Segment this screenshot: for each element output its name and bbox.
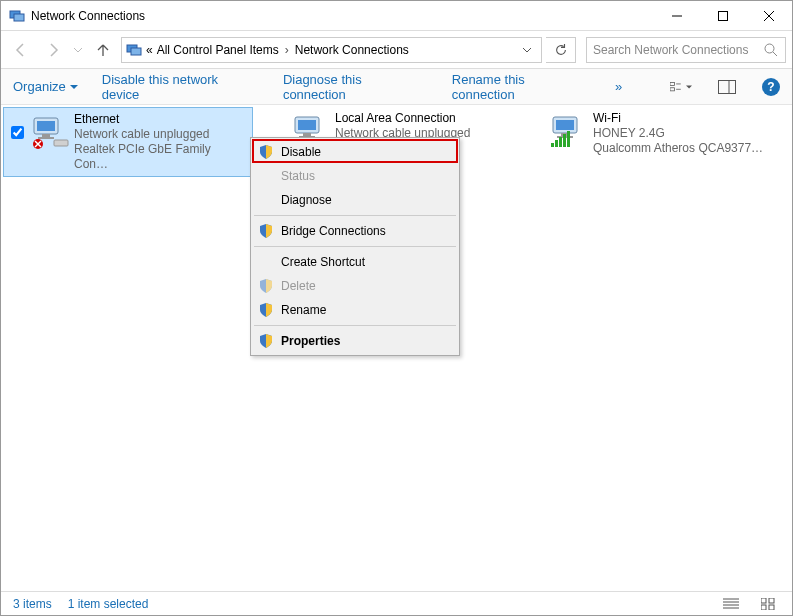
svg-rect-46 [769, 598, 774, 603]
svg-rect-48 [769, 605, 774, 610]
svg-rect-11 [670, 87, 675, 90]
svg-rect-25 [298, 120, 316, 130]
connection-status: HONEY 2.4G [593, 126, 787, 141]
nav-bar: « All Control Panel Items › Network Conn… [1, 31, 792, 69]
svg-rect-33 [556, 120, 574, 130]
svg-rect-10 [670, 82, 675, 85]
svg-rect-1 [14, 14, 24, 21]
details-view-button[interactable] [720, 595, 742, 613]
connection-name: Wi-Fi [593, 111, 787, 126]
maximize-button[interactable] [700, 1, 746, 31]
connection-device: Realtek PCIe GbE Family Con… [74, 142, 248, 172]
rename-connection-button[interactable]: Rename this connection [452, 72, 591, 102]
view-options-button[interactable] [670, 76, 692, 98]
shield-icon [258, 223, 274, 239]
svg-rect-19 [38, 137, 54, 139]
recent-dropdown[interactable] [71, 36, 85, 64]
shield-icon [258, 302, 274, 318]
ethernet-icon [26, 112, 74, 152]
svg-rect-40 [567, 131, 570, 147]
svg-rect-3 [719, 11, 728, 20]
more-commands[interactable]: » [615, 79, 622, 94]
breadcrumb-seg[interactable]: Network Connections [295, 43, 409, 57]
connection-name: Local Area Connection [335, 111, 529, 126]
chevron-right-icon[interactable]: › [285, 43, 289, 57]
organize-menu[interactable]: Organize [13, 79, 78, 94]
svg-rect-20 [54, 140, 68, 146]
svg-rect-38 [559, 137, 562, 147]
diagnose-connection-button[interactable]: Diagnose this connection [283, 72, 428, 102]
up-button[interactable] [89, 36, 117, 64]
close-button[interactable] [746, 1, 792, 31]
network-connections-icon [126, 42, 142, 58]
search-icon [763, 42, 779, 58]
svg-rect-18 [42, 134, 50, 137]
ctx-delete: Delete [253, 274, 457, 298]
shield-icon [258, 278, 274, 294]
context-menu: Disable Status Diagnose Bridge Connectio… [250, 137, 460, 356]
refresh-button[interactable] [546, 37, 576, 63]
preview-pane-button[interactable] [716, 76, 738, 98]
forward-button[interactable] [39, 36, 67, 64]
ctx-diagnose[interactable]: Diagnose [253, 188, 457, 212]
connection-wifi[interactable]: Wi-Fi HONEY 2.4G Qualcomm Atheros QCA937… [541, 107, 791, 160]
connection-checkbox[interactable] [11, 126, 24, 139]
connection-ethernet[interactable]: Ethernet Network cable unplugged Realtek… [3, 107, 253, 177]
connection-name: Ethernet [74, 112, 248, 127]
svg-rect-17 [37, 121, 55, 131]
minimize-button[interactable] [654, 1, 700, 31]
svg-rect-26 [303, 133, 311, 136]
breadcrumb-prefix: « [146, 43, 153, 57]
disable-device-button[interactable]: Disable this network device [102, 72, 259, 102]
svg-point-8 [765, 44, 774, 53]
window-title: Network Connections [31, 9, 145, 23]
svg-rect-45 [761, 598, 766, 603]
ctx-disable[interactable]: Disable [253, 140, 457, 164]
back-button[interactable] [7, 36, 35, 64]
wifi-icon [545, 111, 593, 151]
selected-count: 1 item selected [68, 597, 149, 611]
ctx-properties[interactable]: Properties [253, 329, 457, 353]
search-box[interactable]: Search Network Connections [586, 37, 786, 63]
network-connections-icon [9, 8, 25, 24]
svg-rect-7 [131, 48, 141, 55]
svg-rect-14 [719, 80, 736, 93]
help-button[interactable]: ? [762, 78, 780, 96]
svg-rect-36 [551, 143, 554, 147]
separator [254, 246, 456, 247]
address-bar[interactable]: « All Control Panel Items › Network Conn… [121, 37, 542, 63]
connection-status: Network cable unplugged [74, 127, 248, 142]
status-bar: 3 items 1 item selected [1, 591, 792, 615]
ctx-status: Status [253, 164, 457, 188]
search-placeholder: Search Network Connections [593, 43, 763, 57]
ctx-rename[interactable]: Rename [253, 298, 457, 322]
svg-rect-47 [761, 605, 766, 610]
item-count: 3 items [13, 597, 52, 611]
ctx-create-shortcut[interactable]: Create Shortcut [253, 250, 457, 274]
title-bar: Network Connections [1, 1, 792, 31]
shield-icon [258, 333, 274, 349]
svg-rect-39 [563, 134, 566, 147]
breadcrumb-seg[interactable]: All Control Panel Items [157, 43, 279, 57]
shield-icon [258, 144, 274, 160]
separator [254, 215, 456, 216]
connection-device: Qualcomm Atheros QCA9377… [593, 141, 787, 156]
ctx-bridge[interactable]: Bridge Connections [253, 219, 457, 243]
large-icons-view-button[interactable] [758, 595, 780, 613]
separator [254, 325, 456, 326]
command-bar: Organize Disable this network device Dia… [1, 69, 792, 105]
svg-line-9 [773, 52, 777, 56]
address-dropdown[interactable] [517, 43, 537, 57]
svg-rect-37 [555, 140, 558, 147]
